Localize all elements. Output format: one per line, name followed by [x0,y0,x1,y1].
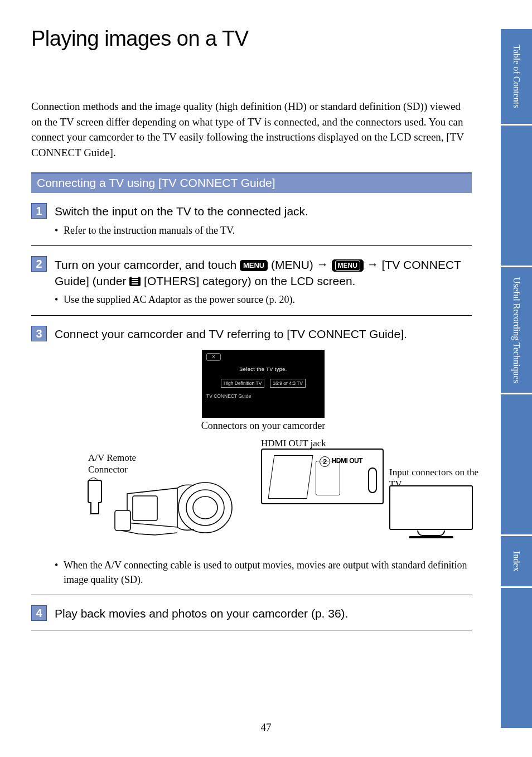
menu-icon: MENU [240,260,268,271]
tab-spacer [501,588,532,728]
hdmi-out-label: HDMI OUT [332,457,362,465]
svg-rect-3 [115,510,130,531]
svg-rect-4 [133,496,157,520]
step-bullet: Refer to the instruction manuals of the … [55,223,472,238]
arrow-icon: → [367,258,379,271]
label-hdmi-jack: HDMI OUT jack [261,437,326,449]
tab-spacer [501,394,532,534]
separator [31,630,472,630]
step-bullet: When the A/V connecting cable is used to… [55,558,472,587]
diagram-caption: Connectors on your camcorder [55,420,472,432]
separator [31,315,472,316]
lcd-footer: TV CONNECT Guide [206,393,320,399]
camcorder-illustration [110,471,239,544]
step-number: 3 [31,326,47,341]
tab-index[interactable]: Index [501,536,532,586]
separator [31,245,472,246]
step-number: 4 [31,605,47,621]
step-title: Play back movies and photos on your camc… [55,605,472,621]
others-category-icon [129,277,141,286]
svg-point-2 [193,496,217,519]
step-number: 1 [31,203,47,219]
tab-spacer [501,126,532,266]
separator [31,595,472,595]
text: (MENU) [271,258,317,271]
tab-table-of-contents[interactable]: Table of Contents [501,29,532,124]
tab-useful-recording[interactable]: Useful Recording Techniques [501,267,532,393]
page-number: 47 [0,721,532,734]
step-title: Connect your camcorder and TV referring … [55,326,472,342]
step-4: 4 Play back movies and photos on your ca… [31,605,472,621]
page-title: Playing images on a TV [31,27,472,51]
step-2: 2 Turn on your camcorder, and touch MENU… [31,256,472,307]
step-title: Turn on your camcorder, and touch MENU (… [55,256,472,290]
lcd-option-169: 16:9 or 4:3 TV [270,379,306,388]
text: Turn on your camcorder, and touch [55,258,240,271]
menu-outline-icon: MENU [332,259,364,272]
arrow-icon: → [317,258,328,271]
tv-illustration [389,485,473,538]
intro-paragraph: Connection methods and the image quality… [31,99,472,160]
step-title: Switch the input on the TV to the connec… [55,203,472,219]
lcd-screenshot: × Select the TV type. High Definition TV… [202,350,325,418]
section-heading: Connecting a TV using [TV CONNECT Guide] [31,172,472,193]
step-1: 1 Switch the input on the TV to the conn… [31,203,472,237]
close-icon: × [206,353,221,361]
lcd-prompt: Select the TV type. [206,367,320,372]
step-bullet: Use the supplied AC Adaptor as the power… [55,292,472,307]
step-3: 3 Connect your camcorder and TV referrin… [31,326,472,587]
text: [OTHERS] category) on the LCD screen. [144,274,355,287]
hdmi-panel-illustration: 2 HDMI OUT [261,449,384,504]
side-tabs: Table of Contents Useful Recording Techn… [501,29,532,728]
connector-diagram: HDMI OUT jack A/V Remote Connector 1 Inp… [55,441,472,552]
page-body: Playing images on a TV Connection method… [31,27,472,640]
av-plug-illustration [83,480,107,524]
step-number: 2 [31,256,47,272]
lcd-option-hd: High Definition TV [221,379,264,388]
callout-2-icon: 2 [320,456,330,467]
